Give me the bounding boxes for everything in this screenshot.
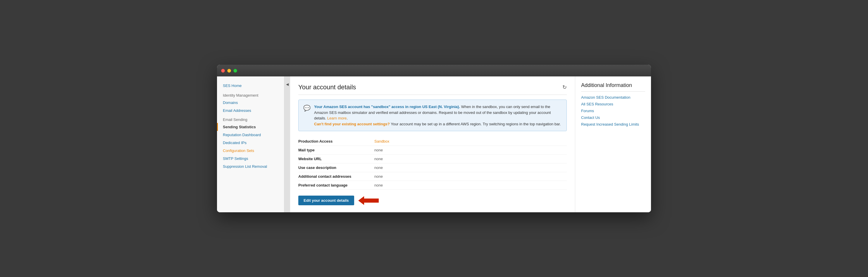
svg-marker-0 bbox=[358, 196, 379, 205]
cant-find-body: Your account may be set up in a differen… bbox=[391, 122, 561, 126]
sidebar-collapse-button[interactable]: ◀ bbox=[284, 77, 290, 212]
label-additional-contacts: Additional contact addresses bbox=[298, 174, 374, 178]
minimize-button[interactable] bbox=[227, 69, 231, 73]
sidebar-item-suppression-list[interactable]: Suppression List Removal bbox=[217, 163, 284, 170]
right-panel: Additional Information Amazon SES Docume… bbox=[575, 77, 651, 212]
sidebar-section-email-sending: Email Sending bbox=[217, 114, 284, 123]
alert-box: 💬 Your Amazon SES account has "sandbox" … bbox=[298, 100, 567, 131]
refresh-icon[interactable]: ↻ bbox=[562, 84, 567, 90]
sidebar-item-sending-statistics[interactable]: Sending Statistics bbox=[217, 123, 284, 131]
main-content: Your account details ↻ 💬 Your Amazon SES… bbox=[290, 77, 575, 212]
link-forums[interactable]: Forums bbox=[581, 109, 645, 113]
sidebar-item-dedicated-ips[interactable]: Dedicated IPs bbox=[217, 139, 284, 147]
maximize-button[interactable] bbox=[234, 69, 237, 73]
link-contact-us[interactable]: Contact Us bbox=[581, 115, 645, 120]
page-header: Your account details ↻ bbox=[298, 83, 567, 95]
sidebar-item-reputation-dashboard[interactable]: Reputation Dashboard bbox=[217, 131, 284, 139]
label-mail-type: Mail type bbox=[298, 148, 374, 152]
value-preferred-language: none bbox=[374, 183, 383, 187]
table-row: Mail type none bbox=[298, 146, 567, 155]
link-ses-docs[interactable]: Amazon SES Documentation bbox=[581, 95, 645, 100]
sidebar-item-email-addresses[interactable]: Email Addresses bbox=[217, 107, 284, 114]
label-production-access: Production Access bbox=[298, 139, 374, 143]
value-mail-type: none bbox=[374, 148, 383, 152]
value-additional-contacts: none bbox=[374, 174, 383, 178]
app-window: SES Home Identity Management Domains Ema… bbox=[217, 65, 651, 212]
chat-icon: 💬 bbox=[303, 105, 311, 127]
table-row: Additional contact addresses none bbox=[298, 172, 567, 181]
details-table: Production Access Sandbox Mail type none… bbox=[298, 137, 567, 190]
sidebar-item-ses-home[interactable]: SES Home bbox=[217, 81, 284, 90]
sidebar-item-smtp-settings[interactable]: SMTP Settings bbox=[217, 155, 284, 163]
sidebar-section-identity: Identity Management bbox=[217, 90, 284, 99]
right-panel-title: Additional Information bbox=[581, 82, 645, 92]
sidebar-item-configuration-sets[interactable]: Configuration Sets bbox=[217, 147, 284, 155]
value-use-case: none bbox=[374, 165, 383, 170]
label-use-case: Use case description bbox=[298, 165, 374, 170]
close-button[interactable] bbox=[221, 69, 225, 73]
red-arrow-svg bbox=[358, 196, 379, 205]
label-preferred-language: Preferred contact language bbox=[298, 183, 374, 187]
link-request-limits[interactable]: Request Increased Sending Limits bbox=[581, 122, 645, 127]
value-website-url: none bbox=[374, 157, 383, 161]
cant-find-label: Can't find your existing account setting… bbox=[314, 122, 390, 126]
titlebar bbox=[217, 65, 651, 77]
page-title: Your account details bbox=[298, 83, 356, 91]
learn-more-link[interactable]: Learn more bbox=[327, 116, 346, 120]
sidebar: SES Home Identity Management Domains Ema… bbox=[217, 77, 284, 212]
table-row: Website URL none bbox=[298, 155, 567, 163]
table-row: Preferred contact language none bbox=[298, 181, 567, 190]
alert-bold: Your Amazon SES account has "sandbox" ac… bbox=[314, 105, 460, 109]
table-row: Production Access Sandbox bbox=[298, 137, 567, 146]
edit-button-area: Edit your account details bbox=[298, 196, 567, 205]
label-website-url: Website URL bbox=[298, 157, 374, 161]
table-row: Use case description none bbox=[298, 163, 567, 172]
edit-account-button[interactable]: Edit your account details bbox=[298, 196, 354, 205]
sidebar-item-domains[interactable]: Domains bbox=[217, 99, 284, 107]
value-production-access: Sandbox bbox=[374, 139, 389, 143]
alert-text: Your Amazon SES account has "sandbox" ac… bbox=[314, 104, 562, 127]
arrow-icon bbox=[358, 196, 379, 205]
link-all-ses-resources[interactable]: All SES Resources bbox=[581, 102, 645, 106]
app-body: SES Home Identity Management Domains Ema… bbox=[217, 77, 651, 212]
